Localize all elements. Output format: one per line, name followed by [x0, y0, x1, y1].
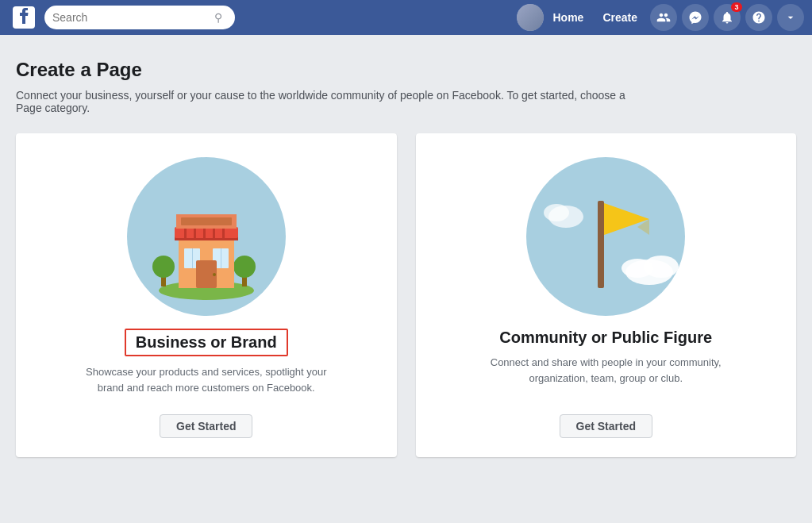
avatar-image: [517, 4, 544, 31]
svg-point-26: [622, 259, 653, 278]
svg-point-22: [213, 273, 216, 276]
community-card-title: Community or Public Figure: [499, 329, 712, 347]
home-link[interactable]: Home: [547, 8, 591, 27]
business-get-started-button[interactable]: Get Started: [160, 414, 252, 438]
svg-rect-15: [194, 227, 196, 238]
nav-links: Home Create: [547, 8, 645, 27]
dropdown-icon-btn[interactable]: [777, 4, 804, 31]
svg-point-4: [152, 256, 175, 278]
svg-rect-11: [221, 248, 221, 268]
svg-rect-20: [181, 217, 232, 225]
messenger-icon-btn[interactable]: [682, 4, 709, 31]
svg-point-28: [544, 204, 569, 221]
facebook-logo[interactable]: [8, 2, 40, 33]
business-card[interactable]: Business or Brand Showcase your products…: [16, 133, 397, 457]
svg-rect-16: [203, 227, 206, 238]
notifications-icon-btn[interactable]: 3: [714, 4, 741, 31]
page-title: Create a Page: [16, 59, 796, 81]
community-illustration: [526, 157, 685, 316]
search-icon: ⚲: [214, 11, 222, 24]
business-card-title: Business or Brand: [125, 329, 288, 356]
cards-row: Business or Brand Showcase your products…: [16, 133, 796, 457]
svg-point-23: [526, 157, 685, 316]
help-icon-btn[interactable]: [745, 4, 772, 31]
business-illustration: [127, 157, 286, 316]
navbar: ⚲ Home Create 3: [0, 0, 812, 35]
page-content: Create a Page Connect your business, you…: [0, 35, 812, 473]
business-card-desc: Showcase your products and services, spo…: [79, 364, 333, 395]
page-subtitle: Connect your business, yourself or your …: [16, 89, 651, 114]
create-link[interactable]: Create: [596, 8, 644, 27]
search-bar[interactable]: ⚲: [44, 6, 235, 29]
svg-rect-29: [598, 201, 604, 288]
community-card-desc: Connect and share with people in your co…: [479, 355, 733, 386]
svg-rect-9: [192, 248, 193, 268]
friends-icon-btn[interactable]: [650, 4, 677, 31]
search-input[interactable]: [52, 11, 211, 24]
svg-rect-17: [213, 227, 215, 238]
avatar[interactable]: [517, 4, 544, 31]
svg-point-6: [233, 256, 256, 278]
svg-rect-14: [184, 227, 187, 238]
svg-rect-18: [222, 227, 225, 238]
community-get-started-button[interactable]: Get Started: [560, 414, 652, 438]
community-card[interactable]: Community or Public Figure Connect and s…: [416, 133, 797, 457]
notification-badge: 3: [731, 2, 742, 12]
